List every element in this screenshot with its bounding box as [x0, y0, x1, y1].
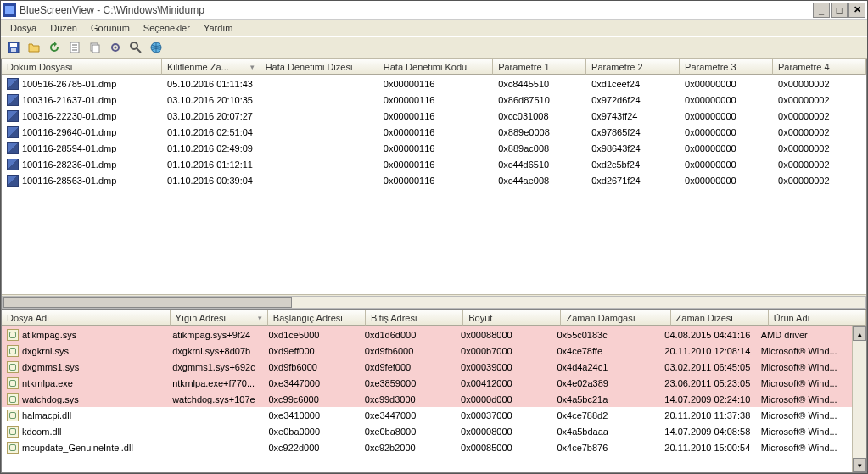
dump-row[interactable]: 100516-26785-01.dmp05.10.2016 01:11:430x…: [2, 75, 866, 92]
find-button[interactable]: [126, 38, 145, 57]
dumps-col-1[interactable]: Kilitlenme Za...▾: [162, 59, 260, 75]
dump-cell-code: 0x00000116: [378, 158, 493, 171]
dump-cell-time: 01.10.2016 00:39:04: [162, 174, 260, 187]
dump-cell-p3: 0x00000000: [680, 109, 773, 123]
driver-file-icon: [7, 361, 19, 373]
menubar: Dosya Düzen Görünüm Seçenekler Yardım: [1, 20, 867, 36]
driver-row[interactable]: ntkrnlpa.exentkrnlpa.exe+f770...0xe34470…: [2, 375, 852, 391]
driver-cell-end: 0xd1d6d000: [360, 328, 456, 342]
drivers-col-7[interactable]: Ürün Adı: [769, 310, 866, 326]
dump-row[interactable]: 100316-21637-01.dmp03.10.2016 20:10:350x…: [2, 92, 866, 108]
dump-cell-p2: 0xd2671f24: [586, 174, 680, 187]
close-button[interactable]: ✕: [848, 3, 865, 18]
driver-cell-file: kdcom.dll: [2, 424, 167, 439]
drivers-col-4[interactable]: Boyut: [463, 310, 561, 326]
titlebar: BlueScreenView - C:\Windows\Minidump _ □…: [1, 1, 867, 20]
driver-cell-stack: ntkrnlpa.exe+f770...: [167, 376, 263, 390]
dump-file-icon: [7, 94, 19, 106]
dump-cell-p4: 0x00000002: [773, 174, 866, 187]
driver-row[interactable]: atikmpag.sysatikmpag.sys+9f240xd1ce50000…: [2, 326, 852, 343]
driver-row[interactable]: dxgmms1.sysdxgmms1.sys+692c0xd9fb60000xd…: [2, 359, 852, 375]
copy-button[interactable]: [86, 38, 104, 57]
driver-cell-start: 0xe3447000: [263, 376, 359, 390]
driver-row[interactable]: halmacpi.dll0xe34100000xe34470000x000370…: [2, 407, 852, 423]
dump-row[interactable]: 100316-22230-01.dmp03.10.2016 20:07:270x…: [2, 108, 866, 124]
driver-cell-stack: [167, 446, 263, 449]
dump-file-icon: [7, 159, 19, 170]
dump-row[interactable]: 100116-28563-01.dmp01.10.2016 00:39:040x…: [2, 172, 866, 188]
driver-cell-size: 0x00037000: [456, 409, 552, 422]
menu-item-help[interactable]: Yardım: [198, 21, 239, 35]
dumps-col-0[interactable]: Döküm Dosyası: [2, 59, 162, 75]
drivers-header-row: Dosya AdıYığın Adresi▾Başlangıç AdresiBi…: [2, 310, 866, 326]
menu-item-options[interactable]: Seçenekler: [137, 21, 196, 35]
dump-cell-p4: 0x00000002: [773, 93, 866, 107]
drivers-body[interactable]: ▴▾ atikmpag.sysatikmpag.sys+9f240xd1ce50…: [2, 326, 866, 472]
drivers-col-2[interactable]: Başlangıç Adresi: [268, 310, 366, 326]
drivers-col-0[interactable]: Dosya Adı: [2, 310, 171, 326]
dump-row[interactable]: 100116-29640-01.dmp01.10.2016 02:51:040x…: [2, 124, 866, 140]
dump-cell-p3: 0x00000000: [680, 125, 773, 139]
driver-cell-end: 0xe0ba8000: [360, 425, 456, 438]
save-button[interactable]: [4, 38, 23, 57]
drivers-col-1[interactable]: Yığın Adresi▾: [171, 310, 268, 326]
minimize-button[interactable]: _: [813, 3, 830, 18]
driver-row[interactable]: watchdog.syswatchdog.sys+107e0xc99c60000…: [2, 391, 852, 407]
dump-cell-file: 100116-28563-01.dmp: [2, 173, 162, 188]
driver-cell-size: 0x00412000: [456, 376, 552, 390]
driver-file-icon: [7, 329, 19, 341]
dump-cell-code: 0x00000116: [378, 77, 493, 91]
dumps-col-6[interactable]: Parametre 3: [680, 59, 773, 75]
dumps-hscrollbar[interactable]: [2, 294, 866, 309]
svg-rect-1: [10, 43, 17, 47]
driver-row[interactable]: mcupdate_GenuineIntel.dll0xc922d0000xc92…: [2, 439, 852, 455]
save-icon: [7, 41, 20, 54]
driver-cell-size: 0x00008000: [456, 425, 552, 438]
driver-cell-file: watchdog.sys: [2, 392, 167, 407]
driver-cell-stack: watchdog.sys+107e: [167, 393, 263, 406]
dump-row[interactable]: 100116-28236-01.dmp01.10.2016 01:12:110x…: [2, 156, 866, 172]
driver-cell-start: 0xd9eff000: [263, 344, 359, 358]
driver-cell-stamp: 0x4a5bdaaa: [552, 425, 659, 438]
dumps-col-3[interactable]: Hata Denetimi Kodu: [378, 59, 493, 75]
dumps-col-2[interactable]: Hata Denetimi Dizesi: [260, 59, 378, 75]
driver-cell-prod: Microsoft® Wind...: [756, 441, 852, 454]
dump-row[interactable]: 100116-28594-01.dmp01.10.2016 02:49:090x…: [2, 140, 866, 156]
dump-cell-code: 0x00000116: [378, 109, 493, 123]
settings-button[interactable]: [106, 38, 125, 57]
menu-item-view[interactable]: Görünüm: [85, 21, 136, 35]
menu-item-edit[interactable]: Düzen: [44, 21, 83, 35]
driver-cell-start: 0xc99c6000: [263, 393, 359, 406]
web-button[interactable]: [147, 38, 165, 57]
dumps-col-7[interactable]: Parametre 4: [773, 59, 866, 75]
driver-cell-prod: Microsoft® Wind...: [756, 376, 852, 390]
drivers-col-3[interactable]: Bitiş Adresi: [366, 310, 463, 326]
open-button[interactable]: [25, 38, 43, 57]
driver-row[interactable]: kdcom.dll0xe0ba00000xe0ba80000x000080000…: [2, 423, 852, 439]
properties-button[interactable]: [65, 38, 84, 57]
drivers-col-6[interactable]: Zaman Dizesi: [671, 310, 769, 326]
driver-row[interactable]: dxgkrnl.sysdxgkrnl.sys+8d07b0xd9eff0000x…: [2, 343, 852, 359]
maximize-button[interactable]: □: [831, 3, 848, 18]
dumps-col-5[interactable]: Parametre 2: [586, 59, 680, 75]
menu-item-file[interactable]: Dosya: [4, 21, 42, 35]
driver-cell-stamp: 0x4ce7b876: [552, 441, 659, 454]
dumps-pane: Döküm DosyasıKilitlenme Za...▾Hata Denet…: [1, 59, 867, 309]
driver-cell-file: halmacpi.dll: [2, 408, 167, 423]
driver-cell-stamp: 0x4e02a389: [552, 376, 659, 390]
dump-cell-time: 05.10.2016 01:11:43: [162, 77, 260, 91]
copy-icon: [88, 41, 102, 54]
drivers-vscrollbar[interactable]: ▴▾: [852, 326, 866, 472]
find-icon: [129, 41, 143, 54]
driver-cell-tstr: 14.07.2009 02:24:10: [659, 393, 755, 406]
drivers-col-5[interactable]: Zaman Damgası: [561, 310, 670, 326]
driver-cell-start: 0xd1ce5000: [263, 328, 359, 342]
dumps-col-4[interactable]: Parametre 1: [493, 59, 586, 75]
dump-cell-p2: 0x98643f24: [586, 142, 680, 155]
dump-cell-str: [260, 147, 378, 150]
driver-cell-end: 0xc99d3000: [360, 393, 456, 406]
refresh-button[interactable]: [45, 38, 64, 57]
driver-cell-prod: Microsoft® Wind...: [756, 344, 852, 358]
web-icon: [149, 41, 163, 54]
dumps-body[interactable]: 100516-26785-01.dmp05.10.2016 01:11:430x…: [2, 75, 866, 294]
